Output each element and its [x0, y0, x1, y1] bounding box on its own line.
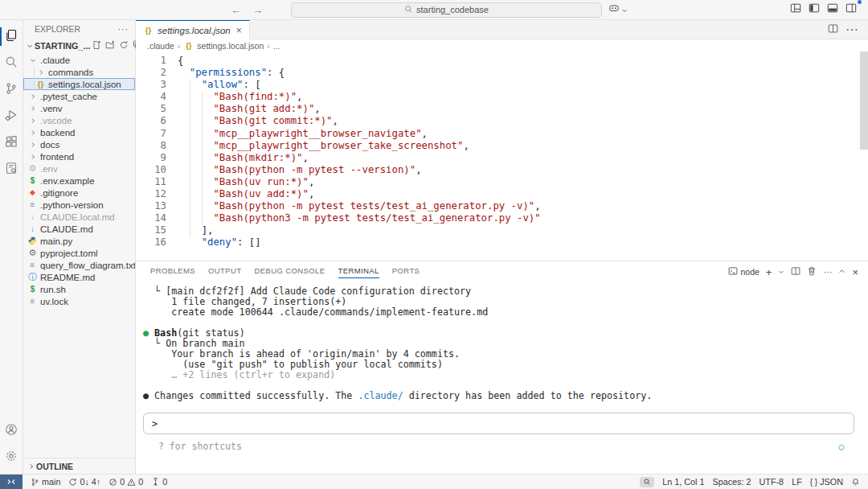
run-debug-activity-button[interactable]: [0, 103, 23, 129]
tree-item-env[interactable]: ⚙.env: [23, 162, 135, 175]
toggle-panel-icon[interactable]: [827, 2, 838, 17]
new-folder-icon[interactable]: [105, 40, 115, 51]
split-terminal-icon[interactable]: [791, 266, 800, 277]
tree-item-backend[interactable]: backend: [23, 126, 135, 138]
status-text: JSON: [820, 477, 843, 487]
tree-item-main-py[interactable]: main.py: [23, 235, 135, 247]
tree-item-query-flow-diagram-txt[interactable]: ≡query_flow_diagram.txt: [23, 259, 135, 271]
search-activity-button[interactable]: [0, 50, 23, 76]
chevron-right-icon: [27, 129, 38, 136]
git-branch[interactable]: main: [31, 475, 60, 489]
text-file-icon: ≡: [27, 201, 38, 209]
tab-settings-local-json[interactable]: {} settings.local.json ×: [136, 20, 250, 39]
claude-input-box[interactable]: >: [143, 413, 854, 434]
code-text: "Bash(uv run:*)",: [178, 176, 314, 188]
outline-section[interactable]: OUTLINE: [23, 458, 135, 474]
more-actions-icon[interactable]: ···: [823, 267, 832, 277]
maximize-panel-icon[interactable]: [838, 267, 845, 277]
panel-tab-debug-console[interactable]: DEBUG CONSOLE: [254, 266, 325, 278]
refresh-icon[interactable]: [119, 40, 129, 51]
breadcrumb-folder[interactable]: .claude: [147, 41, 174, 51]
terminal-hint-row: ? for shortcuts ○: [158, 441, 844, 452]
toggle-secondary-sidebar-icon[interactable]: [845, 2, 857, 17]
nav-back-button[interactable]: ←: [225, 4, 247, 16]
close-icon[interactable]: ×: [236, 25, 242, 36]
remote-indicator[interactable]: [0, 475, 23, 489]
source-control-activity-button[interactable]: [0, 76, 23, 103]
tree-item-gitignore[interactable]: ◆.gitignore: [23, 187, 135, 199]
tree-item-label: uv.lock: [40, 297, 68, 306]
explorer-activity-button[interactable]: [0, 23, 23, 50]
encoding[interactable]: UTF-8: [760, 475, 784, 489]
panel-tab-ports[interactable]: PORTS: [392, 266, 420, 278]
zoom-control[interactable]: [640, 477, 654, 487]
tree-item-commands[interactable]: commands: [23, 66, 135, 78]
terminal-line: ● Bash(git status): [143, 328, 868, 339]
git-icon: ◆: [27, 189, 38, 196]
copilot-button[interactable]: [608, 2, 628, 17]
code-line-3: 3 "allow": [: [136, 79, 868, 91]
problems[interactable]: 00: [108, 475, 143, 489]
tree-item-claude[interactable]: .claude: [23, 54, 135, 66]
split-editor-icon[interactable]: [828, 23, 838, 37]
breadcrumb-separator: ›: [267, 41, 270, 51]
code-text: "Bash(uv add:*)",: [178, 188, 314, 200]
notifications[interactable]: [851, 475, 860, 489]
new-file-icon[interactable]: [92, 40, 101, 51]
title-bar: ← → starting_codebase: [0, 0, 868, 20]
tree-item-readme-md[interactable]: ⓘREADME.md: [23, 271, 135, 283]
indentation[interactable]: Spaces: 2: [713, 475, 751, 489]
remote-icon: [6, 477, 16, 487]
tree-item-pytest-cache[interactable]: .pytest_cache: [23, 90, 135, 102]
eol[interactable]: LF: [792, 475, 802, 489]
panel-tab-problems[interactable]: PROBLEMS: [150, 266, 195, 278]
kill-terminal-icon[interactable]: [807, 266, 817, 277]
new-terminal-icon[interactable]: +: [766, 266, 772, 278]
status-text: LF: [792, 477, 802, 487]
close-panel-icon[interactable]: ×: [852, 266, 858, 278]
tree-item-claude-local-md[interactable]: ↓CLAUDE.local.md: [23, 211, 135, 223]
settings-button[interactable]: [0, 444, 23, 471]
tree-item-python-version[interactable]: ≡.python-version: [23, 199, 135, 211]
more-actions-icon[interactable]: ···: [845, 23, 858, 37]
chevron-down-icon[interactable]: [778, 267, 784, 277]
workspace-section-header[interactable]: STARTING_...: [23, 38, 135, 54]
code-text: "deny": []: [178, 236, 261, 249]
tree-item-claude-md[interactable]: ↓CLAUDE.md: [23, 223, 135, 235]
language-mode[interactable]: { }JSON: [810, 475, 843, 489]
sidebar-more-button[interactable]: ···: [118, 24, 129, 34]
shell-selector[interactable]: node: [728, 266, 759, 277]
workbench: EXPLORER ··· STARTING_... .claudecommand…: [0, 20, 868, 474]
activity-bar: [0, 20, 23, 474]
file-settings-activity-button[interactable]: [0, 156, 23, 183]
tree-item-uv-lock[interactable]: ≡uv.lock: [23, 295, 135, 307]
chevron-right-icon: [27, 93, 38, 100]
command-center[interactable]: starting_codebase: [291, 2, 602, 18]
tree-item-run-sh[interactable]: $run.sh: [23, 283, 135, 295]
panel-tabs: PROBLEMSOUTPUTDEBUG CONSOLETERMINALPORTS: [150, 266, 432, 278]
ports-forwarded[interactable]: 0: [151, 475, 167, 489]
line-number: 15: [136, 224, 178, 236]
breadcrumb-file[interactable]: settings.local.json: [197, 41, 264, 51]
account-button[interactable]: [0, 417, 23, 444]
panel-tab-terminal[interactable]: TERMINAL: [338, 266, 379, 278]
panel-tab-output[interactable]: OUTPUT: [208, 266, 241, 278]
code-editor[interactable]: 1{2 "permissions": {3 "allow": [4 "Bash(…: [136, 51, 868, 261]
nav-forward-button[interactable]: →: [247, 4, 268, 16]
breadcrumb-symbol[interactable]: ...: [273, 41, 280, 51]
tree-item-frontend[interactable]: frontend: [23, 150, 135, 162]
sync-changes[interactable]: 0↓ 4↑: [68, 475, 100, 489]
tree-item-docs[interactable]: docs: [23, 138, 135, 150]
toggle-primary-sidebar-icon[interactable]: [809, 2, 820, 17]
cursor-position[interactable]: Ln 1, Col 1: [662, 475, 704, 489]
terminal-output[interactable]: └ [main dcf2f2f] Add Claude Code configu…: [136, 280, 868, 401]
line-number: 4: [136, 91, 178, 103]
tree-item-settings-local-json[interactable]: {}settings.local.json: [23, 78, 135, 90]
tree-item-env-example[interactable]: $.env.example: [23, 175, 135, 187]
customize-layout-icon[interactable]: [790, 2, 801, 17]
tree-item-vscode[interactable]: .vscode: [23, 114, 135, 126]
tree-item-pyproject-toml[interactable]: ⚙pyproject.toml: [23, 247, 135, 259]
tree-item-venv[interactable]: .venv: [23, 102, 135, 114]
editor-scrollbar[interactable]: [860, 51, 868, 150]
extensions-activity-button[interactable]: [0, 129, 23, 156]
